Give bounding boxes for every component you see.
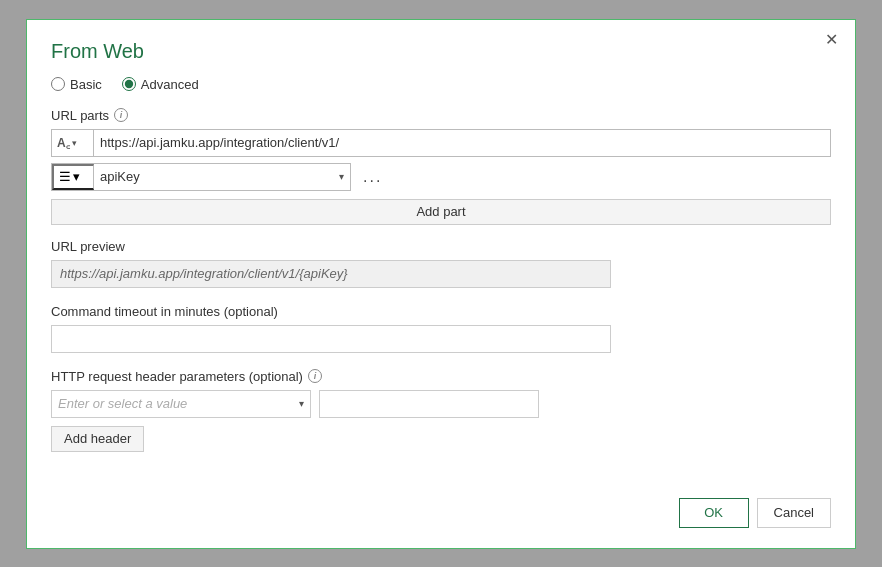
cancel-button[interactable]: Cancel xyxy=(757,498,831,528)
http-select-container: Enter or select a value ▾ xyxy=(51,390,311,418)
apikey-options-button[interactable]: ... xyxy=(359,168,386,186)
timeout-label: Command timeout in minutes (optional) xyxy=(51,304,831,319)
advanced-radio[interactable] xyxy=(122,77,136,91)
url-type-select-button[interactable]: A꜀ ▾ xyxy=(51,129,93,157)
ok-button[interactable]: OK xyxy=(679,498,749,528)
add-header-button[interactable]: Add header xyxy=(51,426,144,452)
apikey-select[interactable]: apiKey xyxy=(94,164,333,190)
url-type-icon: A꜀ xyxy=(57,136,70,150)
apikey-dropdown-arrow[interactable]: ▾ xyxy=(333,171,350,182)
apikey-type-icon: ☰ xyxy=(59,169,71,184)
dialog-title: From Web xyxy=(51,40,831,63)
advanced-label: Advanced xyxy=(141,77,199,92)
http-section: HTTP request header parameters (optional… xyxy=(51,369,831,452)
footer: OK Cancel xyxy=(51,488,831,528)
basic-label: Basic xyxy=(70,77,102,92)
basic-radio[interactable] xyxy=(51,77,65,91)
http-value-input[interactable] xyxy=(319,390,539,418)
apikey-type-select-button[interactable]: ☰ ▾ xyxy=(52,164,94,190)
apikey-select-container: ☰ ▾ apiKey ▾ xyxy=(51,163,351,191)
http-value-select[interactable]: Enter or select a value xyxy=(52,391,293,417)
timeout-section: Command timeout in minutes (optional) xyxy=(51,304,831,353)
radio-group: Basic Advanced xyxy=(51,77,831,92)
url-parts-info-icon[interactable]: i xyxy=(114,108,128,122)
basic-radio-label[interactable]: Basic xyxy=(51,77,102,92)
http-info-icon[interactable]: i xyxy=(308,369,322,383)
url-preview-input xyxy=(51,260,611,288)
url-preview-label: URL preview xyxy=(51,239,831,254)
from-web-dialog: ✕ From Web Basic Advanced URL parts i A꜀… xyxy=(26,19,856,549)
url-type-chevron: ▾ xyxy=(72,138,77,148)
advanced-radio-label[interactable]: Advanced xyxy=(122,77,199,92)
url-base-input[interactable] xyxy=(93,129,831,157)
url-part-row-1: A꜀ ▾ xyxy=(51,129,831,157)
add-part-button[interactable]: Add part xyxy=(51,199,831,225)
url-preview-section: URL preview xyxy=(51,239,831,288)
http-label: HTTP request header parameters (optional… xyxy=(51,369,831,384)
timeout-input[interactable] xyxy=(51,325,611,353)
apikey-type-chevron: ▾ xyxy=(73,169,80,184)
url-parts-label: URL parts i xyxy=(51,108,831,123)
http-row: Enter or select a value ▾ xyxy=(51,390,831,418)
close-button[interactable]: ✕ xyxy=(820,30,843,50)
http-select-arrow[interactable]: ▾ xyxy=(293,398,310,409)
url-part-row-2: ☰ ▾ apiKey ▾ ... xyxy=(51,163,831,191)
